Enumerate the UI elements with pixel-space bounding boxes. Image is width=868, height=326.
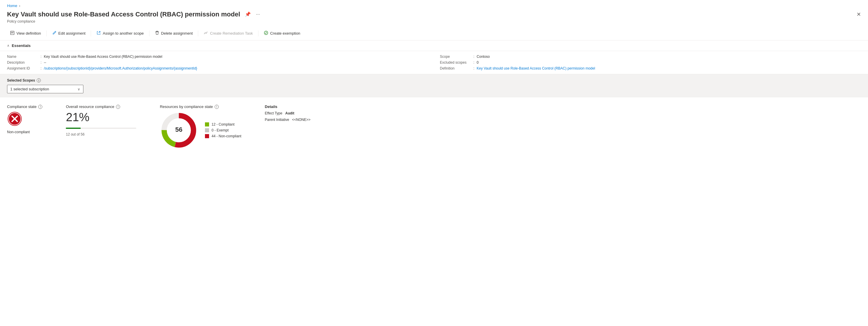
definition-label: Definition [440,66,472,70]
assign-scope-icon [96,31,101,36]
parent-initiative-value: <<NONE>> [292,118,311,122]
name-label: Name [7,55,39,59]
compliance-percentage: 21% [66,111,89,123]
create-exemption-button[interactable]: Create exemption [261,29,303,38]
more-icon: ··· [256,12,260,17]
essentials-grid: Name : Key Vault should use Role-Based A… [0,51,868,74]
overall-compliance-info-icon[interactable]: i [116,105,120,109]
compliance-state-block: Compliance state i Non-compliant [7,104,42,134]
compliance-state-status: Non-compliant [7,130,30,134]
svg-rect-1 [11,32,13,32]
page-container: Home › Key Vault should use Role-Based A… [0,0,868,326]
scope-dropdown[interactable]: 1 selected subscription ∨ [7,85,83,93]
legend-noncompliant: 44 - Non-compliant [205,134,241,138]
resources-by-state-info-icon[interactable]: i [215,105,219,109]
svg-rect-4 [155,32,159,32]
scopes-label: Selected Scopes i [7,78,861,83]
name-sep: : [40,55,41,59]
legend-compliant: 12 - Compliant [205,122,241,127]
legend-exempt: 0 - Exempt [205,128,241,132]
edit-icon [52,31,57,36]
description-sep: : [40,60,41,65]
compliance-detail: 12 out of 56 [66,132,84,136]
name-row: Name : Key Vault should use Role-Based A… [7,55,428,59]
svg-point-5 [264,31,268,35]
close-button[interactable]: ✕ [857,11,861,18]
page-subtitle: Policy compliance [0,20,868,26]
toolbar-divider-2 [91,31,91,36]
view-definition-label: View definition [17,31,41,35]
assign-scope-button[interactable]: Assign to another scope [93,29,147,38]
essentials-right: Scope : Contoso Excluded scopes : 0 Defi… [440,55,861,70]
scope-dropdown-value: 1 selected subscription [10,87,49,91]
toolbar-divider-1 [46,31,47,36]
noncompliant-label: 44 - Non-compliant [211,134,241,138]
compliance-state-label: Compliance state [7,104,36,109]
view-definition-button[interactable]: View definition [7,29,44,38]
edit-assignment-label: Edit assignment [58,31,86,35]
delete-icon [155,31,159,36]
exempt-color-swatch [205,128,209,132]
noncompliant-icon [7,111,22,127]
create-remediation-label: Create Remediation Task [210,31,253,35]
assignment-id-sep: : [40,66,41,70]
compliance-bar [66,128,136,129]
edit-assignment-button[interactable]: Edit assignment [49,29,89,38]
scope-value: Contoso [476,55,490,59]
breadcrumb: Home › [0,0,868,9]
title-bar: Key Vault should use Role-Based Access C… [0,9,868,20]
essentials-left: Name : Key Vault should use Role-Based A… [7,55,428,70]
overall-compliance-title: Overall resource compliance i [66,104,120,109]
name-value: Key Vault should use Role-Based Access C… [44,55,162,59]
toolbar-divider-5 [258,31,258,36]
donut-legend: 12 - Compliant 0 - Exempt 44 - Non-compl… [205,122,241,138]
essentials-chevron: ∧ [7,44,9,47]
definition-value: Key Vault should use Role-Based Access C… [476,66,595,70]
resources-by-state-label: Resources by compliance state [160,104,213,109]
donut-block: 56 12 - Compliant 0 - Exempt 44 - Non-co… [160,111,241,149]
overall-compliance-block: Overall resource compliance i 21% 12 out… [66,104,136,136]
create-remediation-button[interactable]: Create Remediation Task [200,29,256,38]
description-label: Description [7,60,39,65]
dropdown-arrow-icon: ∨ [78,87,80,91]
scopes-section: Selected Scopes i 1 selected subscriptio… [0,74,868,97]
exemption-icon [264,31,269,36]
view-definition-icon [10,31,15,36]
pin-button[interactable]: 📌 [244,10,252,18]
details-block: Details Effect Type Audit Parent Initiat… [265,104,310,122]
compliant-color-swatch [205,122,209,127]
close-icon: ✕ [857,11,861,17]
excluded-scopes-value: 0 [476,60,478,65]
resources-by-state-title: Resources by compliance state i [160,104,219,109]
toolbar-divider-4 [198,31,198,36]
excluded-scopes-row: Excluded scopes : 0 [440,60,861,65]
effect-type-value: Audit [285,111,294,115]
pin-icon: 📌 [245,11,251,17]
scopes-info-icon[interactable]: i [37,78,41,83]
scope-sep: : [473,55,474,59]
essentials-header[interactable]: ∧ Essentials [0,40,868,51]
compliance-state-info-icon[interactable]: i [38,105,42,109]
assignment-id-value: /subscriptions/{subscriptionId}/provider… [44,66,197,70]
resources-by-state-block: Resources by compliance state i 56 [160,104,241,149]
description-value: -- [44,60,46,65]
breadcrumb-home[interactable]: Home [7,3,17,8]
delete-assignment-button[interactable]: Delete assignment [152,29,196,38]
page-title: Key Vault should use Role-Based Access C… [7,10,240,18]
scope-label: Scope [440,55,472,59]
parent-initiative-row: Parent Initiative <<NONE>> [265,118,310,122]
scope-row: Scope : Contoso [440,55,861,59]
parent-initiative-label: Parent Initiative [265,118,289,122]
donut-chart: 56 [160,111,198,149]
exempt-label: 0 - Exempt [211,128,228,132]
delete-assignment-label: Delete assignment [161,31,193,35]
excluded-scopes-label: Excluded scopes [440,60,472,65]
overall-compliance-label: Overall resource compliance [66,104,114,109]
more-button[interactable]: ··· [255,10,261,18]
assign-scope-label: Assign to another scope [103,31,144,35]
remediation-icon [204,31,208,36]
definition-row: Definition : Key Vault should use Role-B… [440,66,861,70]
effect-type-label: Effect Type [265,111,282,115]
compliance-bar-fill [66,128,81,129]
toolbar: View definition Edit assignment Assign t… [0,26,868,40]
